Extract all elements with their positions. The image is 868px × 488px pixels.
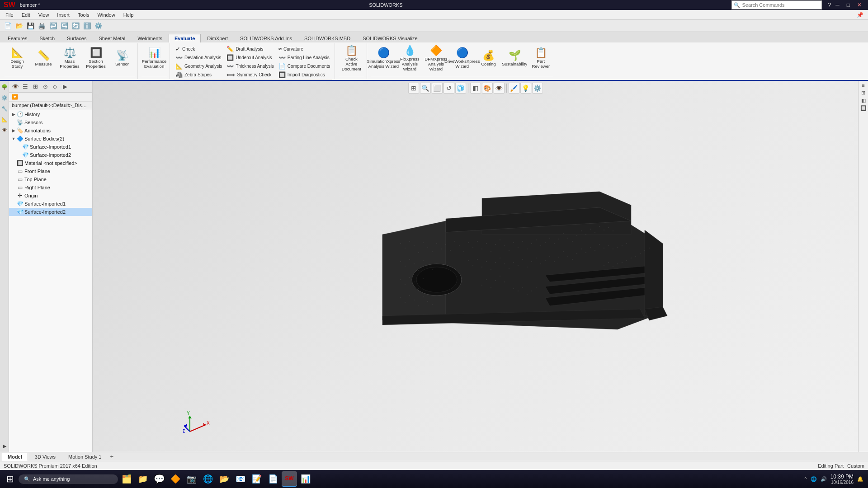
floxpress-btn[interactable]: 💧 FloXpressAnalysisWizard xyxy=(397,45,422,72)
tree-item-sensors[interactable]: 📡 Sensors xyxy=(9,118,92,127)
tab-sketch[interactable]: Sketch xyxy=(33,34,61,42)
menu-edit[interactable]: Edit xyxy=(18,11,34,19)
close-btn[interactable]: ✕ xyxy=(854,2,864,8)
driveworksxpress-btn[interactable]: 🔵 DriveWorksXpressWizard xyxy=(449,45,475,72)
mass-properties-btn[interactable]: ⚖️ MassProperties xyxy=(57,45,82,72)
redo-icon[interactable]: ↪️ xyxy=(59,21,69,31)
save-icon[interactable]: 💾 xyxy=(25,21,35,31)
display-style-btn[interactable]: 🎨 xyxy=(482,83,493,94)
tree-item-history[interactable]: ▶ 🕐 History xyxy=(9,110,92,118)
notifications-btn[interactable]: 🔔 xyxy=(857,476,863,482)
tab-evaluate[interactable]: Evaluate xyxy=(169,34,201,42)
compare-docs-btn[interactable]: 📄 Compare Documents xyxy=(277,62,332,70)
tree-tool-eye[interactable]: 👁️ xyxy=(11,82,20,91)
tree-item-origin[interactable]: ✛ Origin xyxy=(9,192,92,200)
tree-tool-grid[interactable]: ⊞ xyxy=(31,82,40,91)
hide-items-btn[interactable]: 👁️ xyxy=(494,83,505,94)
edit-appearance-btn[interactable]: 🖌️ xyxy=(509,83,519,94)
new-icon[interactable]: 📄 xyxy=(3,21,13,31)
prev-view-btn[interactable]: ↺ xyxy=(443,83,454,94)
scene-btn[interactable]: 💡 xyxy=(520,83,531,94)
volume-icon[interactable]: 🔊 xyxy=(821,476,827,482)
sensor-btn[interactable]: 📡 Sensor xyxy=(109,45,135,72)
taskbar-acrobat[interactable]: 📄 xyxy=(265,471,281,487)
undercut-analysis-btn[interactable]: 🔲 Undercut Analysis xyxy=(225,53,275,61)
check-active-btn[interactable]: 📋 Check ActiveDocument xyxy=(339,45,364,72)
sustainability-btn[interactable]: 🌱 Sustainability xyxy=(502,45,527,72)
tab-dimxpert[interactable]: DimXpert xyxy=(201,34,234,42)
help-btn[interactable]: ? xyxy=(827,1,831,9)
view-3d-btn[interactable]: 🧊 xyxy=(455,83,466,94)
tab-motion-study[interactable]: Motion Study 1 xyxy=(62,453,107,461)
tree-item-surf-imp2[interactable]: 💎 Surface-Imported2 xyxy=(9,208,92,216)
tree-tool-list[interactable]: ☰ xyxy=(21,82,30,91)
section-view-btn[interactable]: ◧ xyxy=(470,83,481,94)
rebuild-icon[interactable]: 🔄 xyxy=(71,21,80,31)
tree-item-material[interactable]: 🔲 Material <not specified> xyxy=(9,159,92,167)
zoom-in-btn[interactable]: 🔍 xyxy=(420,83,431,94)
undo-icon[interactable]: ↩️ xyxy=(48,21,58,31)
print-icon[interactable]: 🖨️ xyxy=(37,21,47,31)
parting-line-btn[interactable]: 〰️ Parting Line Analysis xyxy=(277,53,332,61)
taskbar-illustrator[interactable]: 🔶 xyxy=(168,471,183,487)
collapse-btn[interactable]: ▶ xyxy=(0,442,9,450)
tree-tool-circle[interactable]: ⊙ xyxy=(41,82,50,91)
tree-tool-next[interactable]: ▶ xyxy=(61,82,70,91)
minimize-btn[interactable]: ─ xyxy=(833,2,842,8)
tree-item-surf-imp2-child[interactable]: 💎 Surface-Imported2 xyxy=(9,151,92,159)
options-icon[interactable]: ⚙️ xyxy=(93,21,103,31)
geometry-analysis-btn[interactable]: 📐 Geometry Analysis xyxy=(174,62,224,70)
draft-analysis-btn[interactable]: ✏️ Draft Analysis xyxy=(225,45,275,53)
menu-help[interactable]: Help xyxy=(120,11,137,19)
measure-btn[interactable]: 📏 Measure xyxy=(31,45,56,72)
maximize-btn[interactable]: □ xyxy=(844,2,853,8)
tab-model[interactable]: Model xyxy=(2,453,28,461)
taskbar-excel[interactable]: 📊 xyxy=(298,471,313,487)
tree-item-front-plane[interactable]: ▭ Front Plane xyxy=(9,167,92,175)
start-button[interactable]: ⊞ xyxy=(3,472,18,486)
open-icon[interactable]: 📂 xyxy=(14,21,24,31)
check-btn[interactable]: ✓ Check xyxy=(174,45,224,53)
menu-file[interactable]: File xyxy=(2,11,17,19)
taskbar-task-view[interactable]: 🗂️ xyxy=(119,471,134,487)
menu-tools[interactable]: Tools xyxy=(74,11,93,19)
tree-item-surf-imp1[interactable]: 💎 Surface-Imported1 xyxy=(9,200,92,208)
tree-item-top-plane[interactable]: ▭ Top Plane xyxy=(9,175,92,183)
zoom-to-fit-btn[interactable]: ⊞ xyxy=(408,83,419,94)
taskbar-solidworks[interactable]: SW xyxy=(282,471,297,487)
tab-surfaces[interactable]: Surfaces xyxy=(61,34,92,42)
taskbar-search[interactable]: 🔍 Ask me anything xyxy=(19,474,118,484)
tab-mbd[interactable]: SOLIDWORKS MBD xyxy=(298,34,356,42)
tab-addins[interactable]: SOLIDWORKS Add-Ins xyxy=(234,34,298,42)
taskbar-word[interactable]: 📝 xyxy=(249,471,264,487)
view-settings-btn[interactable]: ⚙️ xyxy=(532,83,543,94)
performance-eval-btn[interactable]: 📊 PerformanceEvaluation xyxy=(142,45,167,72)
right-panel-btn1[interactable]: ≡ xyxy=(859,83,868,88)
feature-mgr-btn[interactable]: 🌳 xyxy=(0,83,9,91)
search-input[interactable] xyxy=(742,2,814,8)
part-reviewer-btn[interactable]: 📋 PartReviewer xyxy=(528,45,553,72)
section-properties-btn[interactable]: 🔲 SectionProperties xyxy=(83,45,108,72)
menu-pin[interactable]: 📌 xyxy=(854,12,866,18)
show-hidden-icons[interactable]: ^ xyxy=(804,476,807,482)
taskbar-outlook[interactable]: 📧 xyxy=(233,471,248,487)
tree-item-right-plane[interactable]: ▭ Right Plane xyxy=(9,183,92,192)
menu-insert[interactable]: Insert xyxy=(53,11,73,19)
deviation-analysis-btn[interactable]: 〰️ Deviation Analysis xyxy=(174,53,224,61)
right-panel-btn3[interactable]: ◧ xyxy=(859,98,868,103)
system-clock[interactable]: 10:39 PM 10/16/2016 xyxy=(830,474,854,485)
taskbar-photos[interactable]: 📷 xyxy=(184,471,199,487)
file-props-icon[interactable]: ℹ️ xyxy=(82,21,92,31)
right-panel-btn4[interactable]: 🔲 xyxy=(859,105,868,111)
symmetry-check-btn[interactable]: ⟺ Symmetry Check xyxy=(225,70,275,79)
costing-btn[interactable]: 💰 Costing xyxy=(476,45,501,72)
tab-3d-views[interactable]: 3D Views xyxy=(29,453,61,461)
display-mgr-btn[interactable]: 👁️ xyxy=(0,126,9,134)
thickness-analysis-btn[interactable]: 〰️ Thickness Analysis xyxy=(225,62,275,70)
config-mgr-btn[interactable]: 🔧 xyxy=(0,104,9,113)
tree-item-surface-bodies[interactable]: ▼ 🔷 Surface Bodies(2) xyxy=(9,135,92,143)
import-diagnostics-btn[interactable]: 🔲 Import Diagnostics xyxy=(277,70,332,79)
right-panel-btn2[interactable]: ⊞ xyxy=(859,90,868,96)
zebra-stripes-btn[interactable]: 🦓 Zebra Stripes xyxy=(174,70,224,79)
taskbar-skype[interactable]: 💬 xyxy=(151,471,167,487)
